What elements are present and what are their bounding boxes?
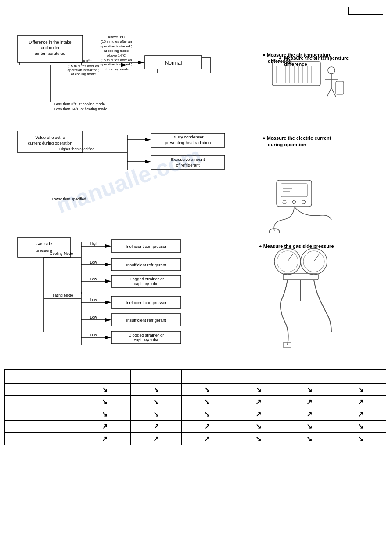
svg-text:Low: Low [90, 297, 97, 302]
row1-col5: ↘ [284, 384, 335, 396]
svg-text:capillary tube: capillary tube [134, 281, 158, 286]
svg-marker-66 [105, 279, 111, 283]
svg-text:Clogged strainer or: Clogged strainer or [129, 333, 164, 337]
row3-col5: ↗ [284, 408, 335, 421]
row5-label [5, 433, 79, 445]
header-cell-1 [5, 370, 79, 384]
svg-text:Value of electric: Value of electric [36, 135, 65, 140]
svg-marker-63 [105, 263, 111, 266]
row3-col2: ↘ [130, 408, 182, 421]
svg-text:Low: Low [90, 333, 97, 337]
svg-text:Higher than specified: Higher than specified [59, 147, 94, 151]
row2-col1: ↘ [79, 396, 131, 408]
header-cell-2 [79, 370, 131, 384]
illustration-meter [259, 171, 347, 233]
svg-text:Inefficient compressor: Inefficient compressor [126, 244, 167, 249]
row1-col1: ↘ [79, 384, 131, 396]
svg-text:capillary tube: capillary tube [134, 337, 158, 342]
row4-label [5, 421, 79, 433]
table-row: ↗ ↗ ↗ ↘ ↘ ↘ [5, 433, 386, 445]
header-cell-4 [182, 370, 233, 384]
table-row: ↘ ↘ ↘ ↗ ↗ ↗ [5, 408, 386, 421]
row5-col6: ↘ [335, 433, 386, 445]
row4-col4: ↘ [233, 421, 284, 433]
svg-marker-82 [105, 318, 111, 322]
row5-col5: ↘ [284, 433, 335, 445]
row1-col4: ↘ [233, 384, 284, 396]
row3-label [5, 408, 79, 421]
svg-text:Clogged strainer or: Clogged strainer or [129, 276, 164, 281]
svg-text:Heating Mode: Heating Mode [50, 293, 73, 297]
row5-col2: ↗ [130, 433, 182, 445]
svg-text:Difference in the intake: Difference in the intake [29, 40, 72, 44]
table-header-row [5, 370, 386, 384]
data-table: ↘ ↘ ↘ ↘ ↘ ↘ ↘ ↘ ↘ ↗ ↗ ↗ ↘ ↘ ↘ ↗ [4, 369, 386, 445]
svg-line-108 [331, 88, 336, 97]
svg-text:Normal: Normal [165, 60, 182, 66]
row4-col3: ↗ [182, 421, 233, 433]
svg-text:preventing heat radiation: preventing heat radiation [165, 140, 211, 145]
row5-col4: ↘ [233, 433, 284, 445]
svg-text:current during operation: current during operation [28, 141, 72, 145]
svg-text:Cooling Mode: Cooling Mode [50, 251, 73, 256]
row2-col6: ↗ [335, 396, 386, 408]
row2-col2: ↘ [130, 396, 182, 408]
table-row: ↗ ↗ ↗ ↘ ↘ ↘ [5, 421, 386, 433]
header-cell-6 [284, 370, 335, 384]
header-cell-5 [233, 370, 284, 384]
row1-col6: ↘ [335, 384, 386, 396]
row3-col3: ↘ [182, 408, 233, 421]
top-right-box [348, 7, 383, 15]
svg-marker-60 [105, 244, 111, 248]
svg-point-104 [328, 67, 335, 74]
svg-text:during operation: during operation [268, 142, 306, 147]
svg-text:● Measure the electric current: ● Measure the electric current [263, 135, 331, 141]
illustration-gauges [263, 244, 351, 349]
row4-col6: ↘ [335, 421, 386, 433]
svg-text:Gas side: Gas side [36, 241, 52, 246]
svg-point-114 [283, 200, 286, 204]
svg-rect-94 [272, 62, 320, 86]
table-row: ↘ ↘ ↘ ↘ ↘ ↘ [5, 384, 386, 396]
svg-text:Low: Low [90, 315, 97, 319]
row4-col5: ↘ [284, 421, 335, 433]
svg-line-107 [327, 88, 331, 97]
svg-marker-26 [138, 61, 145, 64]
row1-col3: ↘ [182, 384, 233, 396]
svg-rect-110 [277, 180, 312, 207]
svg-line-123 [314, 254, 320, 261]
svg-text:Insufficient refrigerant: Insufficient refrigerant [126, 262, 166, 267]
svg-marker-40 [145, 160, 151, 163]
table-row: ↘ ↘ ↘ ↗ ↗ ↗ [5, 396, 386, 408]
page: manualle.com Difference in the intake an… [0, 0, 392, 555]
svg-marker-79 [105, 301, 111, 304]
svg-text:Lower than specified: Lower than specified [52, 197, 86, 201]
row2-col3: ↘ [182, 396, 233, 408]
svg-marker-85 [105, 336, 111, 339]
header-cell-7 [335, 370, 386, 384]
svg-text:Low: Low [90, 260, 97, 265]
svg-text:Inefficient compressor: Inefficient compressor [126, 300, 167, 305]
row2-col4: ↗ [233, 396, 284, 408]
row5-col3: ↗ [182, 433, 233, 445]
header-cell-3 [130, 370, 182, 384]
row3-col4: ↗ [233, 408, 284, 421]
svg-text:Low: Low [90, 277, 97, 281]
svg-text:Insufficient refrigerant: Insufficient refrigerant [126, 318, 166, 323]
row4-col2: ↗ [130, 421, 182, 433]
svg-rect-125 [283, 343, 291, 347]
svg-text:Excessive amount: Excessive amount [171, 157, 205, 162]
row3-col6: ↗ [335, 408, 386, 421]
svg-point-115 [292, 200, 296, 204]
row1-col2: ↘ [130, 384, 182, 396]
svg-rect-111 [281, 184, 307, 197]
svg-rect-109 [336, 81, 344, 94]
svg-marker-38 [145, 138, 151, 141]
row2-label [5, 396, 79, 408]
svg-line-120 [288, 254, 293, 261]
row2-col5: ↗ [284, 396, 335, 408]
row3-col1: ↘ [79, 408, 131, 421]
row5-col1: ↗ [79, 433, 131, 445]
row4-col1: ↗ [79, 421, 131, 433]
svg-text:High: High [90, 241, 98, 246]
